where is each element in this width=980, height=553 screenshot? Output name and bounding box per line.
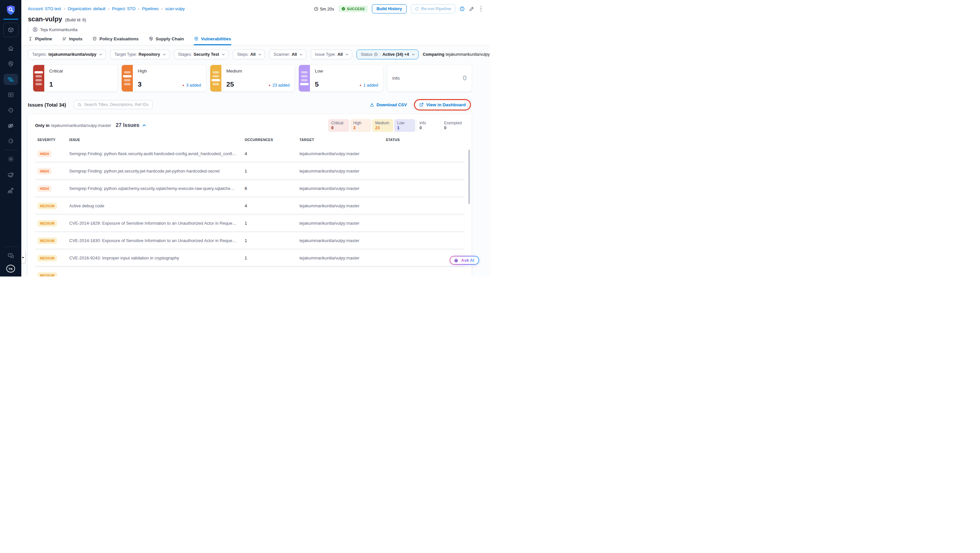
issues-table: HIGH Semgrep Finding: python.flask.secur… bbox=[35, 146, 465, 276]
issue-target: tejakummarikuntla/vulpy:master bbox=[299, 203, 386, 208]
avatar[interactable]: TK bbox=[6, 265, 15, 273]
issue-title: CVE-2014-1829: Exposure of Sensitive Inf… bbox=[69, 221, 245, 226]
ai-robot-icon bbox=[453, 257, 459, 263]
tab-policy-evaluations[interactable]: Policy Evaluations bbox=[92, 37, 138, 45]
sidebar-item-home[interactable] bbox=[3, 43, 18, 54]
sidebar-item-environments[interactable] bbox=[3, 170, 18, 181]
severity-pill[interactable]: Critical 0 bbox=[328, 119, 349, 132]
sidebar: ? TK bbox=[0, 0, 21, 276]
executions-play-icon bbox=[8, 92, 14, 98]
sto-shield-logo-icon bbox=[5, 5, 16, 16]
shield-vulnerability-icon bbox=[194, 37, 199, 41]
search-input[interactable] bbox=[84, 102, 149, 107]
severity-card[interactable]: Low 5 ▲1 added bbox=[299, 65, 383, 92]
tab-pipeline[interactable]: Pipeline bbox=[28, 37, 52, 45]
filter-dropdown[interactable]: Issue Type: All bbox=[310, 49, 352, 59]
filter-dropdown[interactable]: Steps: All bbox=[233, 49, 265, 59]
severity-card[interactable]: Medium 25 ▲23 added bbox=[210, 65, 294, 92]
added-delta: ▲23 added bbox=[268, 83, 290, 87]
tab-vulnerabilities[interactable]: Vulnerabilities bbox=[194, 37, 231, 45]
filter-dropdown[interactable]: Target Type: Repository bbox=[110, 49, 170, 59]
added-delta: ▲3 added bbox=[182, 83, 201, 87]
edit-pencil-icon[interactable] bbox=[469, 6, 474, 11]
occurrences-count: 4 bbox=[245, 203, 299, 208]
severity-pill[interactable]: Info 0 bbox=[416, 119, 440, 132]
severity-card[interactable]: High 3 ▲3 added bbox=[122, 65, 206, 92]
issue-target: tejakummarikuntla/vulpy:master bbox=[299, 238, 386, 243]
sidebar-item-test-targets[interactable] bbox=[3, 105, 18, 116]
sidebar-expand-handle[interactable]: ▶ bbox=[21, 252, 25, 263]
target-crosshair-icon bbox=[8, 107, 14, 113]
severity-pill[interactable]: High 3 bbox=[350, 119, 371, 132]
table-scrollbar[interactable] bbox=[468, 149, 470, 204]
severity-badge: MEDIUM bbox=[37, 255, 57, 261]
added-delta: ▲1 added bbox=[359, 83, 378, 87]
severity-card-label: Critical bbox=[49, 68, 113, 73]
chevron-right-icon: › bbox=[138, 6, 139, 11]
breadcrumb-link[interactable]: Organization: default bbox=[68, 6, 105, 11]
severity-badge: HIGH bbox=[37, 185, 51, 192]
build-history-button[interactable]: Build History bbox=[372, 4, 407, 13]
more-options-kebab-icon[interactable] bbox=[479, 6, 484, 13]
info-icon[interactable] bbox=[460, 6, 465, 11]
severity-badge: HIGH bbox=[37, 151, 51, 157]
download-csv-button[interactable]: Download CSV bbox=[370, 102, 407, 107]
ask-ai-button[interactable]: Ask AI bbox=[450, 256, 479, 265]
tab-supply-chain[interactable]: Supply Chain bbox=[149, 37, 184, 45]
table-row[interactable]: HIGH Semgrep Finding: python.flask.secur… bbox=[35, 146, 465, 162]
issue-title: Semgrep Finding: python.jwt.security.jwt… bbox=[69, 168, 245, 173]
home-icon bbox=[8, 45, 14, 52]
severity-badge: MEDIUM bbox=[37, 237, 57, 244]
table-row[interactable]: HIGH Semgrep Finding: python.sqlalchemy.… bbox=[35, 180, 465, 197]
build-id: (Build Id: 6) bbox=[65, 18, 86, 22]
severity-pill[interactable]: Medium 23 bbox=[372, 119, 393, 132]
module-selector-button[interactable] bbox=[3, 23, 18, 37]
sidebar-item-infrastructure[interactable] bbox=[3, 185, 18, 196]
tab-bar: Pipeline Inputs Policy Evaluations Suppl… bbox=[21, 37, 490, 45]
tab-inputs[interactable]: Inputs bbox=[62, 37, 83, 45]
table-row[interactable]: MEDIUM Active debug code 4 tejakummariku… bbox=[35, 198, 465, 214]
filter-dropdown[interactable]: Stages: Security Test bbox=[174, 49, 229, 59]
sidebar-item-executions[interactable] bbox=[3, 89, 18, 100]
sidebar-item-settings[interactable] bbox=[3, 154, 18, 165]
issue-title: Semgrep Finding: python.sqlalchemy.secur… bbox=[69, 186, 245, 191]
view-in-dashboard-button[interactable]: View in Dashboard bbox=[419, 102, 466, 107]
sidebar-item-overview[interactable] bbox=[3, 59, 18, 70]
severity-card-count: 1 bbox=[49, 81, 53, 87]
filter-dropdown[interactable]: Status: Active (34) +4 bbox=[356, 49, 418, 59]
table-row[interactable]: MEDIUM CVE-2014-1829: Exposure of Sensit… bbox=[35, 215, 465, 231]
severity-card-label: High bbox=[138, 68, 201, 73]
chevron-down-icon bbox=[222, 53, 225, 56]
issues-search[interactable] bbox=[74, 100, 153, 109]
sidebar-item-pipelines[interactable] bbox=[3, 74, 18, 85]
column-severity: SEVERITY bbox=[35, 138, 69, 142]
column-occurrences: OCCURRENCES bbox=[245, 138, 299, 142]
chevron-down-icon bbox=[163, 53, 166, 56]
filter-dropdown[interactable]: Scanner: All bbox=[269, 49, 306, 59]
filter-dropdown[interactable]: Targets: tejakummarikuntla/vulpy bbox=[28, 49, 106, 59]
issue-target: tejakummarikuntla/vulpy:master bbox=[299, 186, 386, 191]
breadcrumb-link[interactable]: Pipelines bbox=[142, 6, 159, 11]
severity-pill[interactable]: Low 1 bbox=[394, 119, 415, 132]
severity-card[interactable]: Critical 1 bbox=[33, 65, 118, 92]
breadcrumb-link[interactable]: Project: STO bbox=[112, 6, 135, 11]
table-row[interactable]: MEDIUM CVE-2016-9243: Improper input val… bbox=[35, 250, 465, 266]
breadcrumb-link[interactable]: scan-vulpy bbox=[165, 6, 185, 11]
breadcrumb: Account: STO test› Organization: default… bbox=[28, 6, 185, 11]
shield-search-icon bbox=[8, 61, 14, 67]
chevron-down-icon bbox=[345, 53, 348, 56]
table-row[interactable]: MEDIUM bbox=[35, 267, 465, 276]
breadcrumb-link[interactable]: Account: STO test bbox=[28, 6, 61, 11]
sidebar-divider bbox=[3, 150, 18, 150]
chevron-up-icon[interactable] bbox=[142, 123, 146, 127]
sidebar-item-help[interactable]: ? bbox=[3, 250, 18, 261]
table-row[interactable]: MEDIUM CVE-2014-1830: Exposure of Sensit… bbox=[35, 232, 465, 249]
table-row[interactable]: HIGH Semgrep Finding: python.jwt.securit… bbox=[35, 163, 465, 179]
triangle-up-icon: ▲ bbox=[268, 84, 271, 87]
severity-card[interactable]: Info 0 bbox=[387, 65, 472, 92]
sidebar-item-hidden[interactable] bbox=[3, 120, 18, 131]
issues-panel: Only in tejakummarikuntla/vulpy:master 2… bbox=[28, 114, 472, 276]
severity-pill[interactable]: Exempted 0 bbox=[441, 119, 465, 132]
rerun-pipeline-button[interactable]: Re-run Pipeline bbox=[411, 4, 455, 13]
sidebar-item-get-started[interactable] bbox=[3, 135, 18, 146]
